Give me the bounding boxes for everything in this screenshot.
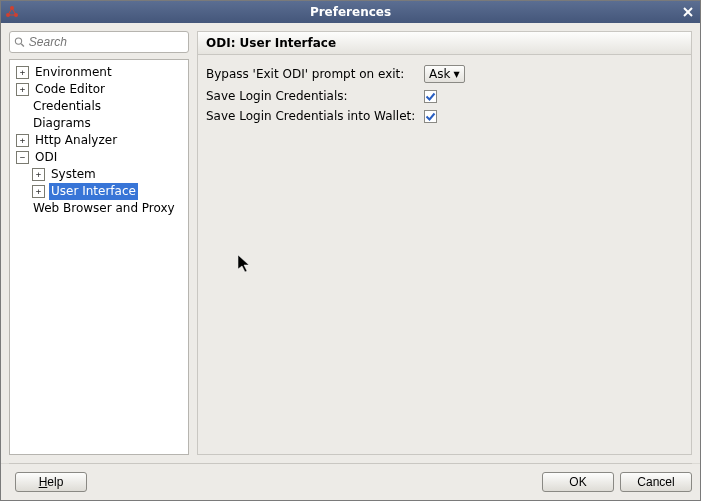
tree-item-diagrams[interactable]: Diagrams <box>14 115 188 132</box>
button-bar: Help OK Cancel <box>1 464 700 500</box>
svg-line-9 <box>21 44 24 47</box>
tree-item-http-analyzer[interactable]: + Http Analyzer <box>14 132 188 149</box>
search-input[interactable] <box>27 34 184 50</box>
plus-icon[interactable]: + <box>16 66 29 79</box>
form-row-save-wallet: Save Login Credentials into Wallet: <box>206 109 683 123</box>
tree-label: Web Browser and Proxy <box>31 200 177 217</box>
tree-item-web-browser[interactable]: Web Browser and Proxy <box>14 200 188 217</box>
tree-label: Http Analyzer <box>33 132 119 149</box>
preferences-window: Preferences <box>0 0 701 501</box>
cancel-button[interactable]: Cancel <box>620 472 692 492</box>
chevron-down-icon: ▼ <box>453 70 459 79</box>
svg-point-8 <box>15 38 21 44</box>
window-title: Preferences <box>310 5 391 19</box>
tree-item-code-editor[interactable]: + Code Editor <box>14 81 188 98</box>
svg-line-4 <box>12 8 16 15</box>
svg-line-3 <box>8 8 12 15</box>
tree-label: Environment <box>33 64 114 81</box>
tree-item-credentials[interactable]: Credentials <box>14 98 188 115</box>
window-close-button[interactable] <box>680 4 696 20</box>
save-wallet-label: Save Login Credentials into Wallet: <box>206 109 416 123</box>
tree-item-odi-system[interactable]: + System <box>30 166 188 183</box>
check-icon <box>425 111 436 122</box>
bypass-label: Bypass 'Exit ODI' prompt on exit: <box>206 67 416 81</box>
titlebar: Preferences <box>1 1 700 23</box>
search-icon <box>14 36 25 48</box>
tree-label: ODI <box>33 149 59 166</box>
ok-button[interactable]: OK <box>542 472 614 492</box>
save-wallet-checkbox[interactable] <box>424 110 437 123</box>
tree-label: System <box>49 166 98 183</box>
leaf-icon <box>16 118 27 129</box>
tree-label: Code Editor <box>33 81 107 98</box>
save-login-checkbox[interactable] <box>424 90 437 103</box>
tree-label: User Interface <box>49 183 138 200</box>
check-icon <box>425 91 436 102</box>
tree-item-odi[interactable]: − ODI <box>14 149 188 166</box>
help-button[interactable]: Help <box>15 472 87 492</box>
tree-panel[interactable]: + Environment + Code Editor <box>9 59 189 455</box>
plus-icon[interactable]: + <box>32 168 45 181</box>
minus-icon[interactable]: − <box>16 151 29 164</box>
form-row-bypass: Bypass 'Exit ODI' prompt on exit: Ask ▼ <box>206 65 683 83</box>
left-pane: + Environment + Code Editor <box>9 31 189 455</box>
bypass-value: Ask <box>429 67 450 81</box>
plus-icon[interactable]: + <box>16 134 29 147</box>
close-icon <box>683 7 693 17</box>
tree-item-odi-user-interface[interactable]: + User Interface <box>30 183 188 200</box>
panel-body: Bypass 'Exit ODI' prompt on exit: Ask ▼ … <box>197 55 692 455</box>
tree-item-environment[interactable]: + Environment <box>14 64 188 81</box>
content-area: + Environment + Code Editor <box>1 23 700 463</box>
form-row-save-login: Save Login Credentials: <box>206 89 683 103</box>
bypass-select[interactable]: Ask ▼ <box>424 65 465 83</box>
search-box[interactable] <box>9 31 189 53</box>
tree-label: Credentials <box>31 98 103 115</box>
leaf-icon <box>16 101 27 112</box>
panel-title: ODI: User Interface <box>197 31 692 55</box>
plus-icon[interactable]: + <box>16 83 29 96</box>
right-pane: ODI: User Interface Bypass 'Exit ODI' pr… <box>197 31 692 455</box>
nav-tree: + Environment + Code Editor <box>10 64 188 217</box>
plus-icon[interactable]: + <box>32 185 45 198</box>
save-login-label: Save Login Credentials: <box>206 89 416 103</box>
tree-label: Diagrams <box>31 115 93 132</box>
leaf-icon <box>16 203 27 214</box>
app-icon <box>5 5 19 19</box>
